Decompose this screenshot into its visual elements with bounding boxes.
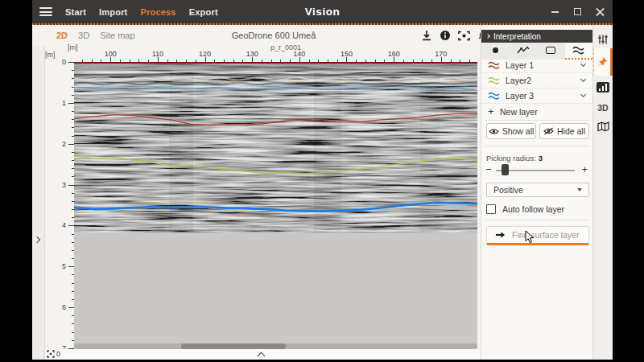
axis-tick-label: 5 bbox=[53, 262, 66, 270]
polarity-value: Positive bbox=[493, 185, 577, 195]
auto-follow-label: Auto follow layer bbox=[502, 204, 564, 214]
title-bar: Start Import Process Export Vision bbox=[32, 0, 613, 23]
axis-tick bbox=[68, 185, 74, 186]
layers-waves-icon bbox=[572, 46, 584, 55]
layer1-wave-icon bbox=[488, 61, 500, 69]
eye-icon bbox=[489, 128, 499, 135]
checkbox-unchecked[interactable] bbox=[486, 204, 496, 214]
scrollbar-thumb[interactable] bbox=[181, 343, 286, 349]
trace-histogram-icon bbox=[597, 82, 609, 93]
tab-point-pick[interactable] bbox=[481, 43, 510, 60]
horizontal-scrollbar[interactable] bbox=[74, 343, 477, 349]
show-all-label: Show all bbox=[502, 126, 535, 136]
radargram-plot: [m] [m] p_r_0001 10011012013014015016017… bbox=[32, 25, 481, 360]
window-controls bbox=[551, 0, 605, 23]
find-surface-layer-button[interactable]: Find surface layer bbox=[486, 226, 589, 245]
layer-list: Layer 1 Layer2 Layer 3 bbox=[481, 58, 592, 104]
collapse-bottom-button[interactable] bbox=[253, 351, 269, 360]
maximize-icon[interactable] bbox=[573, 7, 582, 16]
separator bbox=[485, 146, 588, 146]
3d-view-button[interactable]: 3D bbox=[593, 102, 613, 113]
picking-radius-value: 3 bbox=[539, 154, 543, 162]
tab-layers[interactable] bbox=[565, 43, 593, 60]
visibility-buttons: Show all Hide all bbox=[486, 123, 589, 139]
chevron-down-icon[interactable] bbox=[580, 61, 586, 67]
right-icon-strip: 3D bbox=[592, 25, 613, 360]
app-window: Start Import Process Export Vision 2D 3D… bbox=[32, 0, 613, 360]
axis-tick-label: 0 bbox=[53, 58, 66, 66]
layer3-wave-icon bbox=[488, 92, 500, 100]
separator bbox=[485, 120, 588, 121]
picking-radius-slider: − + bbox=[481, 163, 592, 176]
menu-import[interactable]: Import bbox=[99, 7, 127, 17]
pushpin-icon bbox=[597, 56, 608, 68]
axis-tick bbox=[68, 144, 74, 145]
trace-view-button[interactable] bbox=[593, 81, 613, 93]
slider-plus-button[interactable]: + bbox=[581, 163, 588, 175]
axis-tick-label: 3 bbox=[53, 181, 66, 189]
minimize-icon[interactable] bbox=[551, 7, 559, 16]
interpretation-panel: Interpretation Layer 1 Layer2 bbox=[481, 25, 592, 360]
pin-panel-button[interactable] bbox=[593, 48, 613, 76]
plus-icon: + bbox=[488, 105, 499, 117]
slider-handle[interactable] bbox=[502, 164, 509, 175]
new-layer-button[interactable]: + New layer bbox=[481, 105, 592, 118]
find-surface-label: Find surface layer bbox=[512, 230, 579, 240]
close-icon[interactable] bbox=[596, 7, 605, 16]
panel-title: Interpretation bbox=[493, 32, 541, 41]
tab-polyline-pick[interactable] bbox=[510, 43, 538, 60]
axis-tick-label: 1 bbox=[53, 99, 66, 107]
display-settings-button[interactable] bbox=[593, 33, 613, 46]
radargram-image[interactable] bbox=[74, 62, 477, 348]
tab-rectangle-pick[interactable] bbox=[537, 43, 565, 60]
hide-all-button[interactable]: Hide all bbox=[539, 123, 589, 139]
show-all-button[interactable]: Show all bbox=[486, 123, 536, 139]
axis-tick bbox=[68, 266, 74, 267]
axis-tick bbox=[68, 103, 74, 104]
position-icon bbox=[47, 350, 55, 358]
layer-name: Layer2 bbox=[506, 76, 581, 85]
rectangle-icon bbox=[546, 47, 555, 54]
axis-tick bbox=[68, 225, 74, 226]
x-axis-unit: [m] bbox=[68, 43, 78, 51]
polyline-icon bbox=[517, 46, 530, 55]
arrow-right-icon bbox=[495, 231, 506, 239]
plot-bottom-bar: 0 bbox=[45, 349, 481, 360]
interpretation-tabs bbox=[481, 43, 592, 60]
map-view-button[interactable] bbox=[593, 120, 613, 133]
layer-row-1[interactable]: Layer 1 bbox=[481, 58, 592, 73]
auto-follow-checkbox-row[interactable]: Auto follow layer bbox=[486, 204, 564, 215]
menu-process[interactable]: Process bbox=[140, 7, 175, 17]
slider-minus-button[interactable]: − bbox=[485, 163, 492, 175]
main-menu: Start Import Process Export bbox=[65, 7, 218, 17]
axis-tick-label: 6 bbox=[53, 303, 66, 311]
gpr-empty-region bbox=[74, 232, 477, 348]
3d-label: 3D bbox=[597, 103, 608, 113]
menu-start[interactable]: Start bbox=[65, 7, 86, 17]
chevron-down-icon[interactable] bbox=[580, 76, 586, 82]
layer-row-2[interactable]: Layer2 bbox=[481, 73, 592, 88]
hide-all-label: Hide all bbox=[557, 126, 585, 136]
chevron-down-icon[interactable] bbox=[580, 92, 586, 97]
point-icon bbox=[493, 47, 498, 53]
menu-export[interactable]: Export bbox=[189, 7, 218, 17]
polarity-dropdown[interactable]: Positive bbox=[486, 183, 589, 197]
axis-tick-label: 2 bbox=[53, 140, 66, 148]
separator bbox=[485, 220, 588, 220]
caret-down-icon bbox=[577, 188, 582, 191]
picking-radius-label: Picking radius:3 bbox=[486, 154, 543, 162]
tune-sliders-icon bbox=[597, 34, 609, 45]
hamburger-menu-icon[interactable] bbox=[39, 7, 52, 16]
layer-row-3[interactable]: Layer 3 bbox=[481, 88, 592, 104]
axis-tick bbox=[68, 62, 74, 63]
layer2-wave-icon bbox=[488, 76, 500, 84]
new-layer-label: New layer bbox=[500, 107, 538, 117]
layer-name: Layer 1 bbox=[506, 60, 581, 70]
panel-header[interactable]: Interpretation bbox=[481, 30, 592, 43]
position-readout: 0 bbox=[47, 350, 60, 358]
map-icon bbox=[597, 121, 609, 132]
chevron-up-icon bbox=[257, 352, 265, 360]
layer-name: Layer 3 bbox=[506, 91, 581, 101]
eye-slash-icon bbox=[543, 127, 554, 135]
axis-tick bbox=[68, 307, 74, 308]
